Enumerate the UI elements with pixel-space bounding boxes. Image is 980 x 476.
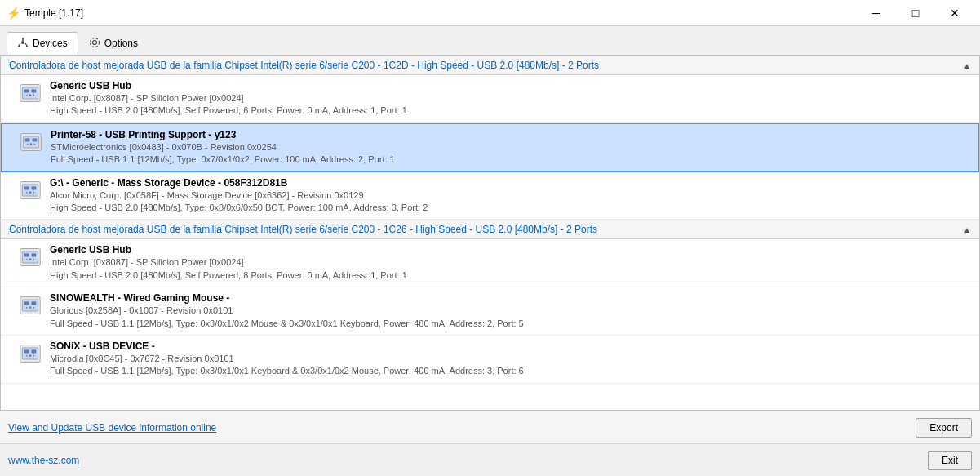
device-icon (17, 244, 43, 270)
svg-point-48 (26, 355, 28, 357)
svg-point-20 (27, 144, 29, 145)
device-icon (17, 292, 43, 318)
device-detail-2: Full Speed - USB 1.1 [12Mb/s], Type: 0x3… (50, 318, 971, 330)
svg-point-4 (18, 45, 20, 47)
device-detail-2: Full Speed - USB 1.1 [12Mb/s], Type: 0x7… (51, 153, 970, 166)
device-name: SONiX - USB DEVICE - (50, 340, 971, 352)
svg-point-26 (29, 191, 32, 194)
svg-rect-10 (24, 90, 29, 93)
close-button[interactable]: ✕ (936, 3, 973, 23)
device-detail-1: Alcor Micro, Corp. [0x058F] - Mass Stora… (50, 189, 971, 202)
svg-rect-23 (22, 185, 38, 196)
device-item[interactable]: SINOWEALTH - Wired Gaming Mouse - Glorio… (1, 287, 979, 336)
svg-rect-44 (22, 348, 38, 359)
device-detail-2: High Speed - USB 2.0 [480Mb/s], Self Pow… (50, 269, 971, 282)
group-label: Controladora de host mejorada USB de la … (9, 224, 597, 235)
group-label: Controladora de host mejorada USB de la … (9, 60, 599, 71)
device-detail-2: High Speed - USB 2.0 [480Mb/s], Self Pow… (50, 105, 971, 117)
svg-rect-37 (22, 300, 38, 311)
options-tab-icon (89, 37, 100, 51)
device-icon (17, 340, 43, 367)
minimize-button[interactable]: ─ (858, 3, 895, 23)
svg-point-21 (34, 144, 36, 145)
maximize-button[interactable]: □ (897, 3, 934, 23)
svg-point-27 (26, 191, 28, 193)
title-bar-left: ⚡ Temple [1.17] (7, 7, 83, 20)
devices-tab-icon (17, 37, 29, 51)
title-buttons: ─ □ ✕ (858, 3, 973, 23)
svg-point-41 (26, 307, 28, 309)
svg-rect-45 (24, 350, 29, 354)
bottom-bar: www.the-sz.com Exit (0, 443, 980, 476)
svg-rect-24 (24, 186, 29, 189)
tab-options-label: Options (104, 38, 138, 49)
chevron-icon: ▲ (963, 225, 971, 234)
svg-rect-38 (24, 302, 29, 305)
svg-point-0 (21, 41, 24, 44)
svg-rect-16 (23, 136, 38, 148)
svg-point-12 (29, 94, 32, 96)
device-detail-1: STMicroelectronics [0x0483] - 0x070B - R… (51, 141, 970, 153)
group-header-2[interactable]: Controladora de host mejorada USB de la … (1, 220, 979, 239)
svg-point-14 (33, 95, 35, 96)
app-icon: ⚡ (7, 7, 20, 20)
svg-point-35 (33, 259, 35, 260)
device-item[interactable]: Generic USB Hub Intel Corp. [0x8087] - S… (1, 239, 979, 287)
svg-point-40 (29, 306, 32, 309)
device-item[interactable]: SONiX - USB DEVICE - Microdia [0x0C45] -… (1, 336, 979, 384)
device-item[interactable]: G:\ - Generic - Mass Storage Device - 05… (1, 172, 979, 220)
update-link[interactable]: View and Update USB device information o… (8, 422, 216, 434)
device-detail-1: Intel Corp. [0x8087] - SP Silicion Power… (50, 256, 971, 269)
device-info: Printer-58 - USB Printing Support - y123… (51, 129, 970, 167)
device-name: Generic USB Hub (50, 244, 971, 256)
tab-options[interactable]: Options (78, 32, 149, 55)
window-title: Temple [1.17] (24, 7, 83, 19)
tab-devices-label: Devices (33, 38, 68, 49)
device-name: Generic USB Hub (50, 80, 971, 91)
chevron-icon: ▲ (963, 61, 971, 70)
device-name: G:\ - Generic - Mass Storage Device - 05… (50, 177, 971, 189)
device-info: Generic USB Hub Intel Corp. [0x8087] - S… (50, 244, 971, 282)
svg-rect-25 (32, 186, 36, 189)
tab-devices[interactable]: Devices (7, 32, 78, 55)
exit-button[interactable]: Exit (928, 451, 972, 470)
svg-point-33 (29, 259, 32, 261)
device-info: SINOWEALTH - Wired Gaming Mouse - Glorio… (50, 292, 971, 330)
svg-rect-39 (32, 302, 36, 305)
device-icon (18, 129, 44, 155)
device-info: Generic USB Hub Intel Corp. [0x8087] - S… (50, 80, 971, 118)
device-list: Controladora de host mejorada USB de la … (0, 56, 980, 411)
device-detail-2: High Speed - USB 2.0 [480Mb/s], Type: 0x… (50, 202, 971, 214)
device-item[interactable]: Printer-58 - USB Printing Support - y123… (1, 123, 979, 172)
svg-point-28 (33, 191, 35, 193)
svg-rect-31 (24, 254, 29, 257)
device-detail-1: Glorious [0x258A] - 0x1007 - Revision 0x… (50, 305, 971, 317)
svg-rect-11 (32, 90, 36, 93)
svg-rect-18 (33, 138, 37, 141)
device-icon (17, 80, 43, 106)
device-info: SONiX - USB DEVICE - Microdia [0x0C45] -… (50, 340, 971, 378)
svg-point-49 (33, 355, 35, 357)
svg-point-34 (26, 259, 28, 260)
group-header-1[interactable]: Controladora de host mejorada USB de la … (1, 56, 979, 75)
website-link[interactable]: www.the-sz.com (8, 455, 79, 466)
svg-point-7 (90, 38, 99, 47)
svg-rect-46 (32, 350, 36, 354)
device-detail-1: Intel Corp. [0x8087] - SP Silicion Power… (50, 92, 971, 105)
device-name: Printer-58 - USB Printing Support - y123 (51, 129, 970, 140)
device-item[interactable]: Generic USB Hub Intel Corp. [0x8087] - S… (1, 75, 979, 123)
device-detail-2: Full Speed - USB 1.1 [12Mb/s], Type: 0x3… (50, 365, 971, 377)
svg-rect-30 (22, 251, 38, 263)
footer: View and Update USB device information o… (0, 411, 980, 443)
device-info: G:\ - Generic - Mass Storage Device - 05… (50, 177, 971, 215)
svg-rect-17 (25, 138, 29, 141)
svg-point-42 (33, 307, 35, 309)
svg-point-6 (92, 40, 96, 44)
svg-point-5 (26, 45, 28, 47)
svg-rect-32 (32, 254, 36, 257)
svg-point-47 (29, 354, 32, 357)
export-button[interactable]: Export (916, 418, 972, 438)
device-name: SINOWEALTH - Wired Gaming Mouse - (50, 292, 971, 304)
device-icon (17, 177, 43, 203)
tab-bar: Devices Options (0, 26, 980, 56)
